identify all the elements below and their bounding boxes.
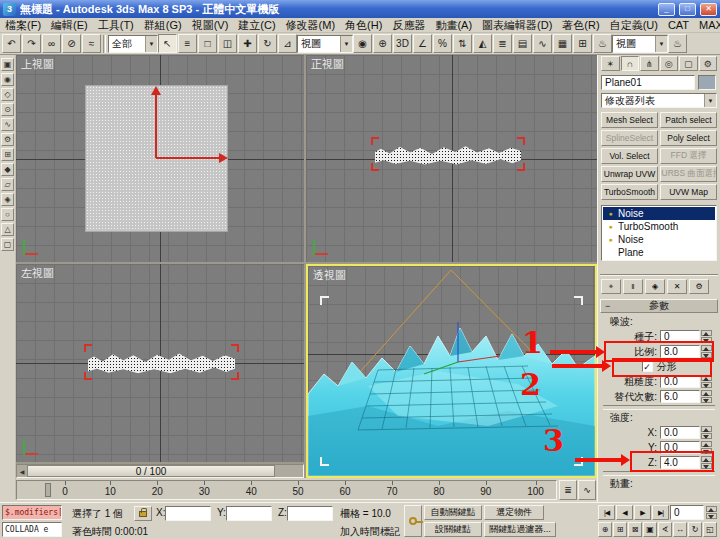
iterations-spinner[interactable]	[701, 390, 712, 403]
reactor-toolbar-icon[interactable]: ◆	[1, 163, 14, 176]
go-to-start-button[interactable]: |◀	[598, 505, 615, 520]
arc-rotate-icon[interactable]: ↻	[688, 522, 702, 537]
reference-coordinate-dropdown[interactable]: 視圖	[297, 35, 353, 53]
mirror-icon[interactable]: ◭	[473, 34, 492, 53]
go-to-end-button[interactable]: ▶|	[652, 505, 669, 520]
maximize-button[interactable]: □	[679, 3, 696, 16]
auto-key-button[interactable]: 自動關鍵點	[424, 505, 482, 520]
strength-x-spinner[interactable]	[701, 426, 712, 439]
menu-item[interactable]: 角色(H)	[340, 18, 387, 33]
selection-region-icon[interactable]: □	[198, 34, 217, 53]
render-scene-icon[interactable]: ♨	[593, 34, 612, 53]
unwrap-uvw-button[interactable]: Unwrap UVW	[601, 166, 658, 182]
object-color-swatch[interactable]	[698, 75, 716, 90]
current-frame-field[interactable]: 0	[670, 505, 704, 520]
select-by-name-icon[interactable]: ≡	[178, 34, 197, 53]
render-type-dropdown[interactable]: 視圖	[612, 35, 668, 53]
modify-tab[interactable]: ∩	[621, 56, 640, 71]
reactor-toolbar-icon[interactable]: △	[1, 223, 14, 236]
viewport-label-top[interactable]: 上視圖	[21, 57, 54, 72]
bind-to-space-warp-icon[interactable]: ≈	[82, 34, 101, 53]
y-coord-field[interactable]	[226, 506, 272, 521]
menu-item[interactable]: 群組(G)	[139, 18, 187, 33]
reactor-toolbar-icon[interactable]: ⊞	[1, 148, 14, 161]
selection-filter-dropdown[interactable]: 全部	[108, 35, 158, 53]
menu-item[interactable]: 建立(C)	[233, 18, 280, 33]
selection-lock-button[interactable]	[134, 506, 152, 521]
maxscript-macro-recorder[interactable]: $.modifiers[	[2, 505, 62, 520]
use-pivot-point-icon[interactable]: ◉	[353, 34, 372, 53]
modifier-bulb-icon[interactable]: ●	[606, 236, 615, 243]
set-key-big-button[interactable]	[404, 505, 422, 537]
menu-item[interactable]: MAX 腳本(X)	[694, 18, 720, 33]
timeline-ruler[interactable]: 0102030405060708090100	[16, 480, 557, 500]
left-viewport[interactable]: 左視圖	[16, 264, 304, 462]
configure-modifier-sets-icon[interactable]: ⚙	[689, 279, 709, 294]
plane-object-front-view[interactable]	[371, 137, 525, 171]
align-icon[interactable]: ≣	[493, 34, 512, 53]
make-unique-icon[interactable]: ◈	[645, 279, 665, 294]
menu-item[interactable]: 視圖(V)	[187, 18, 234, 33]
key-filter-mode-dropdown[interactable]: 選定物件	[484, 505, 544, 520]
spline-select-button[interactable]: SplineSelect	[601, 130, 658, 146]
viewport-label-persp[interactable]: 透視圖	[313, 268, 346, 283]
pin-stack-icon[interactable]: ⌖	[601, 279, 621, 294]
menu-item[interactable]: 動畫(A)	[430, 18, 477, 33]
pan-icon[interactable]: ↔	[673, 522, 687, 537]
select-and-move-icon[interactable]: ✚	[238, 34, 257, 53]
open-mini-listener-icon[interactable]: ≣	[559, 480, 577, 500]
menu-item[interactable]: CAT	[663, 18, 694, 33]
remove-modifier-icon[interactable]: ✕	[667, 279, 687, 294]
utilities-tab[interactable]: ⚙	[699, 56, 718, 71]
unlink-selection-icon[interactable]: ⊘	[62, 34, 81, 53]
mini-curve-editor-icon[interactable]: ∿	[578, 480, 596, 500]
show-end-result-icon[interactable]: ‖	[623, 279, 643, 294]
parameters-rollout-header[interactable]: − 參數	[600, 299, 718, 313]
strength-z-field[interactable]: 4.0	[660, 456, 700, 469]
zoom-region-icon[interactable]: ▣	[643, 522, 657, 537]
curve-editor-icon[interactable]: ∿	[533, 34, 552, 53]
fractal-checkbox[interactable]: ✓	[642, 361, 653, 372]
seed-field[interactable]: 0	[660, 330, 700, 343]
minimize-button[interactable]: _	[658, 3, 675, 16]
reactor-toolbar-icon[interactable]: ▱	[1, 178, 14, 191]
select-and-scale-icon[interactable]: ⊿	[278, 34, 297, 53]
close-button[interactable]: ✕	[700, 3, 717, 16]
play-button[interactable]: ▶	[634, 505, 651, 520]
strength-y-field[interactable]: 0.0	[660, 441, 700, 454]
previous-frame-arrow-icon[interactable]	[17, 465, 27, 477]
reactor-toolbar-icon[interactable]: ⚙	[1, 133, 14, 146]
zoom-extents-icon[interactable]: ⊠	[628, 522, 642, 537]
uvw-map-button[interactable]: UVW Map	[660, 184, 717, 200]
menu-item[interactable]: 圖表編輯器(D)	[477, 18, 557, 33]
maxscript-mini-listener[interactable]: COLLADA e	[2, 522, 62, 537]
stack-item-noise-top[interactable]: ● Noise	[603, 207, 715, 220]
plane-object-left-view[interactable]	[84, 344, 239, 380]
stack-item-plane[interactable]: Plane	[603, 246, 715, 259]
menu-item[interactable]: 修改器(M)	[281, 18, 341, 33]
scale-field[interactable]: 8.0	[660, 345, 700, 358]
stack-item-noise[interactable]: ● Noise	[603, 233, 715, 246]
reactor-toolbar-icon[interactable]: ○	[1, 208, 14, 221]
modifier-bulb-icon[interactable]: ●	[606, 223, 615, 230]
viewport-label-left[interactable]: 左視圖	[21, 266, 54, 281]
menu-item[interactable]: 編輯(E)	[46, 18, 93, 33]
select-and-link-icon[interactable]: ∞	[42, 34, 61, 53]
field-of-view-icon[interactable]: ∢	[658, 522, 672, 537]
modifier-bulb-icon[interactable]: ●	[606, 210, 615, 217]
redo-icon[interactable]: ↷	[22, 34, 41, 53]
roughness-field[interactable]: 0.0	[660, 375, 700, 388]
menu-item[interactable]: 工具(T)	[93, 18, 139, 33]
iterations-field[interactable]: 6.0	[660, 390, 700, 403]
reactor-toolbar-icon[interactable]: ▣	[1, 58, 14, 71]
strength-z-spinner[interactable]	[701, 456, 712, 469]
frame-spinner[interactable]	[706, 506, 717, 519]
vol-select-button[interactable]: Vol. Select	[601, 148, 658, 164]
reactor-toolbar-icon[interactable]: ◈	[1, 193, 14, 206]
turbosmooth-button[interactable]: TurboSmooth	[601, 184, 658, 200]
poly-select-button[interactable]: Poly Select	[660, 130, 717, 146]
viewport-label-front[interactable]: 正視圖	[311, 57, 344, 72]
object-name-field[interactable]: Plane01	[601, 75, 695, 90]
angle-snap-icon[interactable]: ∠	[413, 34, 432, 53]
undo-icon[interactable]: ↶	[2, 34, 21, 53]
